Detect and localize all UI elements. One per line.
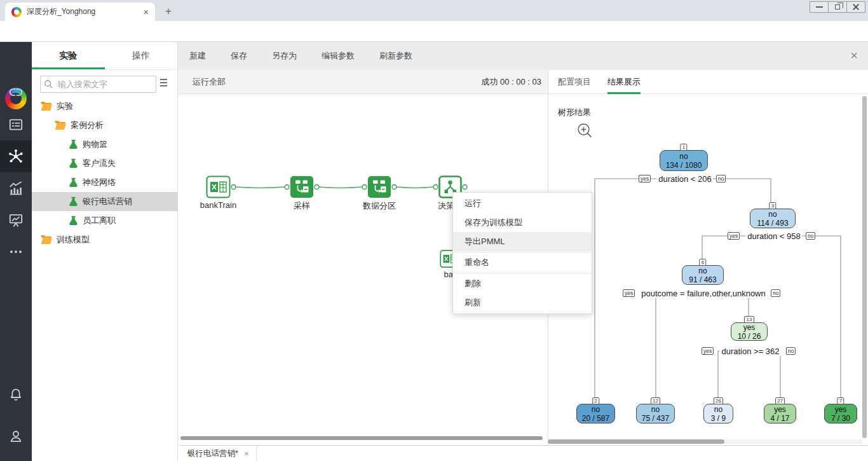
restore-button[interactable] — [828, 1, 847, 13]
canvas-horizontal-scrollbar[interactable] — [180, 436, 543, 440]
tab-title: 深度分析_Yonghong — [27, 6, 142, 17]
close-editor-icon[interactable]: × — [850, 48, 858, 62]
sidebar-item-presentation[interactable] — [0, 204, 32, 236]
main-toolbar: 新建 保存 另存为 编辑参数 刷新参数 × — [178, 42, 868, 70]
browser-tabstrip: 深度分析_Yonghong × + — [0, 0, 868, 21]
result-horizontal-scrollbar-track — [548, 439, 862, 444]
tree-node-7: yes7 / 30 — [824, 404, 857, 423]
flask-icon — [69, 177, 78, 188]
left-panel-tabs: 实验 操作 — [32, 42, 177, 70]
menu-item-保存为训练模型[interactable]: 保存为训练模型 — [453, 213, 592, 232]
branch-yes-label: yes — [728, 232, 740, 240]
folder-icon — [55, 121, 66, 130]
tree-node-26: no3 / 9 — [703, 404, 733, 423]
flow-node-采样[interactable] — [290, 175, 314, 201]
sidebar-item-more[interactable] — [0, 236, 32, 268]
flow-node-bankTrain[interactable] — [206, 175, 231, 201]
tree-item-客户流失[interactable]: 客户流失 — [32, 154, 178, 173]
save-button[interactable]: 保存 — [231, 50, 247, 62]
menu-separator — [453, 252, 592, 252]
tree-item-label: 案例分析 — [71, 120, 104, 131]
refresh-params-button[interactable]: 刷新参数 — [379, 50, 412, 62]
menu-item-重命名[interactable]: 重命名 — [453, 253, 592, 272]
tree-node-3: no114 / 493 — [750, 209, 796, 228]
experiment-panel: 实验 操作 实验案例分析购物篮客户流失神经网络银行电话营销员工离职训练模型 — [32, 42, 178, 461]
app-sidebar — [0, 42, 32, 461]
sidebar-item-dataset[interactable] — [0, 109, 32, 141]
tree-item-神经网络[interactable]: 神经网络 — [32, 173, 178, 192]
tree-item-训练模型[interactable]: 训练模型 — [32, 230, 178, 249]
tree-edges — [548, 70, 862, 440]
minimize-button[interactable] — [810, 1, 829, 13]
flask-icon — [69, 196, 78, 207]
search-icon — [44, 79, 53, 88]
branch-no-label: no — [786, 347, 796, 355]
tab-experiment[interactable]: 实验 — [32, 42, 105, 69]
tree-node-2: no20 / 587 — [576, 404, 615, 423]
bottom-tab-bar: 银行电话营销* × — [180, 445, 868, 461]
menu-item-运行[interactable]: 运行 — [453, 194, 592, 213]
branch-no-label: no — [771, 289, 780, 297]
excel-dataset-icon — [206, 175, 231, 198]
tree-node-badge: 7 — [837, 397, 844, 404]
dataset-list-icon — [8, 116, 24, 133]
flask-icon — [69, 158, 78, 169]
result-horizontal-scrollbar[interactable] — [548, 439, 724, 444]
tree-item-实验[interactable]: 实验 — [32, 97, 178, 116]
decision-tree-chart: duration < 206yesnoduration < 958yesnopo… — [548, 70, 862, 440]
branch-no-label: no — [716, 175, 726, 182]
new-button[interactable]: 新建 — [189, 50, 206, 62]
close-window-button[interactable] — [846, 1, 865, 13]
tree-item-银行电话营销[interactable]: 银行电话营销 — [32, 192, 178, 211]
flow-node-label: bankTrain — [190, 200, 247, 210]
list-menu-icon[interactable] — [160, 79, 168, 88]
bottom-tab-close-icon[interactable]: × — [244, 449, 249, 458]
menu-item-导出PMML[interactable]: 导出PMML — [453, 232, 592, 251]
bottom-tab-bank-marketing[interactable]: 银行电话营销* × — [180, 446, 257, 461]
tree-node-badge: 2 — [592, 397, 599, 404]
edit-params-button[interactable]: 编辑参数 — [322, 50, 355, 62]
new-tab-button[interactable]: + — [161, 4, 175, 18]
bottom-tab-label: 银行电话营销* — [187, 448, 238, 459]
tab-operation[interactable]: 操作 — [105, 42, 178, 69]
experiment-tree: 实验案例分析购物篮客户流失神经网络银行电话营销员工离职训练模型 — [32, 97, 178, 249]
flow-node-数据分区[interactable] — [367, 175, 391, 201]
flow-node-label: 采样 — [273, 200, 330, 212]
tree-item-label: 员工离职 — [83, 215, 116, 226]
tree-item-label: 客户流失 — [83, 158, 116, 169]
tree-item-员工离职[interactable]: 员工离职 — [32, 211, 178, 230]
branch-yes-label: yes — [623, 289, 635, 297]
link-icon — [8, 84, 24, 100]
sidebar-item-user[interactable] — [0, 420, 32, 452]
tree-node-27: yes4 / 17 — [764, 404, 796, 423]
menu-item-刷新[interactable]: 刷新 — [453, 293, 592, 312]
result-vertical-scrollbar[interactable] — [862, 96, 867, 438]
flask-icon — [69, 216, 78, 226]
tree-item-label: 银行电话营销 — [83, 196, 132, 207]
bar-chart-icon — [8, 180, 24, 196]
tree-item-购物篮[interactable]: 购物篮 — [32, 135, 178, 154]
save-as-button[interactable]: 另存为 — [272, 50, 297, 62]
menu-item-删除[interactable]: 删除 — [453, 274, 592, 293]
tab-close-icon[interactable]: × — [142, 8, 150, 17]
search-input[interactable] — [41, 76, 156, 92]
sample-node-icon — [290, 175, 314, 198]
run-status: 成功 00 : 00 : 03 — [481, 76, 541, 88]
search-box[interactable] — [40, 76, 156, 93]
sidebar-item-connection[interactable] — [0, 76, 32, 108]
sidebar-item-deep-analysis[interactable] — [0, 141, 32, 172]
node-context-menu: 运行保存为训练模型导出PMML重命名删除刷新 — [452, 192, 592, 314]
sidebar-item-dashboard[interactable] — [0, 172, 32, 204]
branch-yes-label: yes — [639, 175, 651, 182]
tree-node-13: yes10 / 26 — [731, 322, 768, 341]
run-all-button[interactable]: 运行全部 — [193, 76, 226, 88]
split-condition: poutcome = failure,other,unknown — [639, 289, 768, 298]
yonghong-favicon-icon — [11, 7, 22, 17]
tree-node-badge: 26 — [714, 397, 724, 404]
tree-node-6: no91 / 463 — [682, 265, 724, 285]
sidebar-item-notification[interactable] — [0, 379, 32, 411]
more-dots-icon — [8, 244, 24, 260]
browser-tab[interactable]: 深度分析_Yonghong × — [5, 3, 155, 21]
tree-item-案例分析[interactable]: 案例分析 — [32, 116, 178, 135]
window-controls — [810, 1, 865, 13]
